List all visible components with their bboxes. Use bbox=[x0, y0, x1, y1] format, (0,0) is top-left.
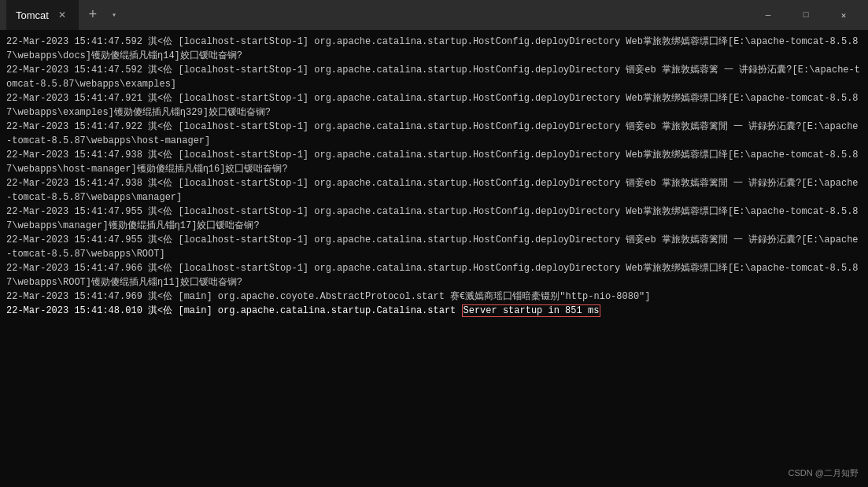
maximize-button[interactable]: □ bbox=[788, 2, 824, 28]
tab-label: Tomcat bbox=[16, 9, 49, 21]
tab-tomcat[interactable]: Tomcat ✕ bbox=[6, 0, 79, 30]
title-bar: Tomcat ✕ + ▾ — □ ✕ bbox=[0, 0, 868, 30]
log-line: 22-Mar-2023 15:41:47.938 淇<伀 [localhost-… bbox=[6, 176, 862, 205]
close-button[interactable]: ✕ bbox=[826, 2, 862, 28]
tab-close-button[interactable]: ✕ bbox=[55, 8, 69, 22]
log-line: 22-Mar-2023 15:41:47.955 淇<伀 [localhost-… bbox=[6, 233, 862, 261]
console-output[interactable]: 22-Mar-2023 15:41:47.592 淇<伀 [localhost-… bbox=[0, 30, 868, 487]
log-line: 22-Mar-2023 15:41:47.592 淇<伀 [localhost-… bbox=[6, 63, 862, 91]
main-window: Tomcat ✕ + ▾ — □ ✕ 22-Mar-2023 15:41:47.… bbox=[0, 0, 868, 487]
new-tab-button[interactable]: + bbox=[82, 4, 104, 26]
log-line: 22-Mar-2023 15:41:47.921 淇<伀 [localhost-… bbox=[6, 91, 862, 120]
log-line: 22-Mar-2023 15:41:47.592 淇<伀 [localhost-… bbox=[6, 35, 862, 63]
highlighted-text: Server startup in 851 ms bbox=[462, 304, 601, 317]
log-line: 22-Mar-2023 15:41:47.955 淇<伀 [localhost-… bbox=[6, 205, 862, 233]
tab-strip: Tomcat ✕ + ▾ bbox=[6, 0, 750, 30]
window-controls: — □ ✕ bbox=[750, 2, 862, 28]
log-line: 22-Mar-2023 15:41:47.969 淇<伀 [main] org.… bbox=[6, 290, 862, 304]
log-line: 22-Mar-2023 15:41:47.922 淇<伀 [localhost-… bbox=[6, 120, 862, 148]
minimize-button[interactable]: — bbox=[750, 2, 786, 28]
log-line: 22-Mar-2023 15:41:47.938 淇<伀 [localhost-… bbox=[6, 148, 862, 176]
log-line: 22-Mar-2023 15:41:48.010 淇<伀 [main] org.… bbox=[6, 304, 862, 318]
log-line: 22-Mar-2023 15:41:47.966 淇<伀 [localhost-… bbox=[6, 261, 862, 290]
tab-dropdown-button[interactable]: ▾ bbox=[105, 4, 123, 26]
